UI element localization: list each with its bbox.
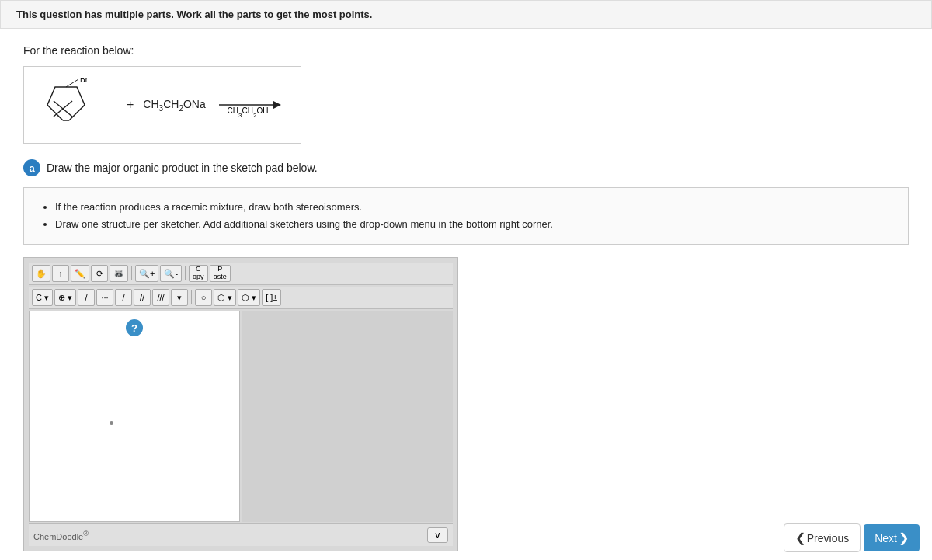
previous-button[interactable]: ❮ Previous	[784, 523, 861, 552]
toolbar-sep-1	[131, 266, 132, 280]
previous-label: Previous	[807, 532, 849, 544]
arrow-label: CH3CH2OH	[227, 106, 268, 117]
arrow-tool-button[interactable]: ↑	[52, 265, 69, 282]
sketcher-footer: ChemDoodle® ∨	[29, 523, 453, 546]
single-bond-button[interactable]: /	[78, 289, 95, 306]
br-bond	[66, 79, 78, 87]
circle-tool-button[interactable]: ○	[195, 289, 212, 306]
hand-tool-button[interactable]: ✋	[32, 265, 50, 282]
reaction-molecule-svg: Br	[40, 78, 117, 132]
lasso-tool-button[interactable]: ⟳	[91, 265, 108, 282]
sketcher-container: ✋ ↑ ✏️ ⟳ 🦝 🔍+ 🔍- Copy Paste	[23, 257, 458, 551]
page-wrapper: This question has multiple parts. Work a…	[0, 0, 932, 560]
for-reaction-label: For the reaction below:	[23, 44, 909, 57]
svg-marker-1	[273, 101, 281, 109]
instruction-2: Draw one structure per sketcher. Add add…	[55, 216, 894, 233]
sketcher-dropdown-button[interactable]: ∨	[427, 527, 448, 543]
notice-text: This question has multiple parts. Work a…	[16, 9, 372, 20]
next-label: Next	[875, 532, 897, 544]
dotted-bond-button[interactable]: ···	[96, 289, 113, 306]
main-content: For the reaction below: Br + CH3CH2ONa	[0, 29, 932, 560]
plus-sign: +	[127, 98, 134, 112]
help-button[interactable]: ?	[126, 319, 143, 336]
reaction-diagram: Br + CH3CH2ONa CH3CH2OH	[23, 66, 301, 144]
br-label: Br	[80, 78, 89, 84]
next-button[interactable]: Next ❯	[864, 524, 920, 551]
bond-dropdown-button[interactable]: ▾	[171, 289, 188, 306]
sketcher-canvas[interactable]: ?	[29, 311, 240, 522]
toolbar-row-2: C ▾ ⊕ ▾ / ··· / // /// ▾ ○ ⬡ ▾	[29, 287, 453, 309]
paste-button[interactable]: Paste	[210, 265, 231, 282]
toolbar-sep-3	[191, 290, 192, 304]
part-a-label: Draw the major organic product in the sk…	[47, 162, 318, 174]
toolbar-row-1: ✋ ↑ ✏️ ⟳ 🦝 🔍+ 🔍- Copy Paste	[29, 263, 453, 285]
copy-button[interactable]: Copy	[189, 265, 208, 282]
zoom-in-button[interactable]: 🔍+	[135, 265, 158, 282]
draw-tool-button[interactable]: ✏️	[71, 265, 89, 282]
reaction-arrow: CH3CH2OH	[215, 93, 285, 117]
hexagon-tool-button[interactable]: ⬡ ▾	[214, 289, 236, 306]
instructions-box: If the reaction produces a racemic mixtu…	[23, 187, 909, 245]
double-bond-button[interactable]: //	[134, 289, 151, 306]
bracket-tool-button[interactable]: [ ]±	[262, 289, 281, 306]
toolbar-sep-2	[185, 266, 186, 280]
sketcher-right-panel	[242, 311, 453, 522]
instruction-1: If the reaction produces a racemic mixtu…	[55, 199, 894, 216]
wedge-bond-button[interactable]: /	[115, 289, 132, 306]
chemdoodle-label: ChemDoodle®	[33, 530, 89, 541]
notice-bar: This question has multiple parts. Work a…	[0, 0, 932, 29]
zoom-out-button[interactable]: 🔍-	[160, 265, 182, 282]
chevron-left-icon: ❮	[795, 530, 805, 545]
hexagon-shape	[47, 87, 85, 120]
sketcher-body: ?	[29, 311, 453, 522]
chevron-right-icon: ❯	[899, 530, 909, 545]
star-tool-button[interactable]: ⬡ ▾	[238, 289, 260, 306]
reagent-label: CH3CH2ONa	[143, 98, 205, 113]
bottom-nav: ❮ Previous Next ❯	[771, 516, 932, 560]
template-tool-button[interactable]: 🦝	[110, 265, 128, 282]
part-a-row: a Draw the major organic product in the …	[23, 159, 909, 176]
add-atom-button[interactable]: ⊕ ▾	[54, 289, 76, 306]
canvas-dot	[110, 421, 113, 425]
carbon-element-button[interactable]: C ▾	[32, 289, 53, 306]
triple-bond-button[interactable]: ///	[152, 289, 169, 306]
part-a-badge: a	[23, 159, 40, 176]
